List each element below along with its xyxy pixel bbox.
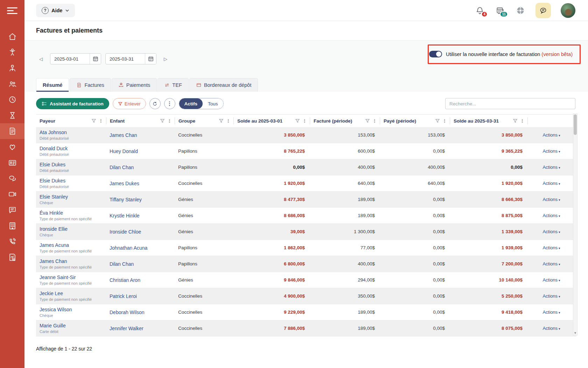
payer-link[interactable]: Elsie Dukes [40, 178, 103, 183]
payer-link[interactable]: Ironside Ellie [40, 226, 103, 232]
help-menu-button[interactable]: ? Aide [36, 4, 75, 17]
column-menu-icon[interactable]: ⋮ [167, 119, 172, 123]
filter-icon[interactable] [91, 118, 96, 123]
payer-link[interactable]: Donald Duck [40, 146, 103, 151]
sidebar-item-waiting-list[interactable] [0, 107, 24, 123]
child-link[interactable]: James Chan [106, 132, 175, 138]
segment-tous[interactable]: Tous [203, 98, 223, 109]
billing-assistant-button[interactable]: Assistant de facturation [36, 98, 109, 109]
sidebar-item-educators[interactable] [0, 60, 24, 76]
table-vertical-scrollbar[interactable]: ▼ [573, 113, 578, 335]
tab-resume[interactable]: Résumé [36, 78, 69, 92]
payer-link[interactable]: Jessica Wilson [40, 307, 103, 312]
sidebar-item-messages[interactable] [0, 171, 24, 186]
sidebar-item-health[interactable] [0, 139, 24, 155]
child-link[interactable]: Huey Donald [106, 148, 175, 154]
sidebar-item-children[interactable] [0, 44, 24, 60]
filter-icon[interactable] [365, 118, 370, 123]
table-row[interactable]: Marie Guille Carte débit Jennifer Walker… [36, 320, 576, 336]
table-row[interactable]: Jeanne Saint-Sir Type de paiement non sp… [36, 272, 576, 288]
actions-dropdown-button[interactable]: Actions▾ [527, 213, 575, 218]
actions-dropdown-button[interactable]: Actions▾ [527, 181, 575, 186]
sidebar-item-billing[interactable] [0, 123, 24, 139]
sidebar-item-organization[interactable] [0, 218, 24, 234]
actions-dropdown-button[interactable]: Actions▾ [527, 293, 575, 299]
column-menu-icon[interactable]: ⋮ [99, 119, 103, 123]
column-menu-icon[interactable]: ⋮ [372, 119, 377, 123]
column-menu-icon[interactable]: ⋮ [302, 119, 307, 123]
actions-dropdown-button[interactable]: Actions▾ [527, 277, 575, 283]
refresh-button[interactable] [149, 98, 161, 109]
tab-tef[interactable]: TEF [158, 78, 188, 92]
actions-dropdown-button[interactable]: Actions▾ [527, 326, 575, 331]
payer-link[interactable]: James Acuna [40, 242, 103, 248]
table-row[interactable]: Ironside Ellie Chèque Ironside Chloe Gén… [36, 224, 576, 240]
scrollbar-down-arrow[interactable]: ▼ [573, 331, 577, 335]
tab-factures[interactable]: Factures [70, 78, 111, 92]
start-date-input[interactable]: 2025-03-01 [50, 54, 90, 64]
end-date-input[interactable]: 2025-03-31 [106, 54, 145, 64]
actions-dropdown-button[interactable]: Actions▾ [527, 132, 575, 138]
table-row[interactable]: James Chan Type de paiement non spécifié… [36, 256, 576, 272]
table-row[interactable]: Jeckie Lee Type de paiement non spécifié… [36, 288, 576, 304]
child-link[interactable]: Krystle Hinkle [106, 213, 175, 218]
end-date-calendar-button[interactable] [145, 54, 156, 64]
sidebar-item-families[interactable] [0, 76, 24, 92]
remove-filter-button[interactable]: Enlever [113, 98, 146, 109]
filter-icon[interactable] [435, 118, 440, 123]
filter-icon[interactable] [295, 118, 300, 123]
sidebar-item-reports[interactable] [0, 249, 24, 265]
child-link[interactable]: Johnathan Acuna [106, 245, 175, 251]
sidebar-item-home[interactable] [0, 29, 24, 44]
actions-dropdown-button[interactable]: Actions▾ [527, 229, 575, 234]
billing-queue-button[interactable]: 11 [495, 5, 505, 16]
more-options-button[interactable]: ⋮ [164, 98, 175, 109]
payer-link[interactable]: Jeckie Lee [40, 291, 103, 296]
beta-interface-toggle[interactable] [429, 51, 442, 57]
actions-dropdown-button[interactable]: Actions▾ [527, 245, 575, 250]
actions-dropdown-button[interactable]: Actions▾ [527, 197, 575, 202]
child-link[interactable]: Dilan Chan [106, 165, 175, 170]
payer-link[interactable]: Marie Guille [40, 323, 103, 328]
previous-period-button[interactable]: ◁ [36, 54, 46, 64]
table-row[interactable]: Elsie Dukes Débit préautorisé James Duke… [36, 175, 576, 192]
filter-icon[interactable] [219, 118, 224, 123]
actions-dropdown-button[interactable]: Actions▾ [527, 261, 575, 266]
child-link[interactable]: Ironside Chloe [106, 229, 175, 235]
table-row[interactable]: Éva Hinkle Type de paiement non spécifié… [36, 208, 576, 224]
filter-icon[interactable] [513, 118, 518, 123]
sidebar-item-video[interactable] [0, 186, 24, 202]
table-row[interactable]: Elsie Dukes Débit préautorisé Dilan Chan… [36, 159, 576, 175]
child-link[interactable]: Jennifer Walker [106, 326, 175, 331]
child-link[interactable]: Dilan Chan [106, 261, 175, 267]
payer-link[interactable]: Ata Johnson [40, 130, 103, 135]
search-input[interactable] [445, 98, 575, 109]
payer-link[interactable]: Elsie Dukes [40, 162, 103, 167]
table-row[interactable]: James Acuna Type de paiement non spécifi… [36, 240, 576, 256]
payer-link[interactable]: Jeanne Saint-Sir [40, 275, 103, 280]
payer-link[interactable]: Éva Hinkle [40, 210, 103, 216]
next-period-button[interactable]: ▷ [161, 54, 170, 64]
column-menu-icon[interactable]: ⋮ [226, 119, 231, 123]
filter-icon[interactable] [160, 118, 165, 123]
table-row[interactable]: Donald Duck Débit préautorisé Huey Donal… [36, 143, 576, 159]
support-button[interactable] [515, 5, 526, 16]
tab-bordereaux[interactable]: Bordereaux de dépôt [189, 78, 258, 92]
table-row[interactable]: Ata Johnson Débit préautorisé James Chan… [36, 127, 576, 143]
column-menu-icon[interactable]: ⋮ [442, 119, 447, 123]
sidebar-item-notes[interactable] [0, 202, 24, 218]
notifications-button[interactable]: 4 [475, 5, 485, 16]
user-avatar[interactable] [561, 3, 575, 18]
payer-link[interactable]: Elsie Stanley [40, 194, 103, 200]
child-link[interactable]: James Dukes [106, 181, 175, 186]
actions-dropdown-button[interactable]: Actions▾ [527, 148, 575, 154]
scrollbar-thumb[interactable] [574, 114, 577, 135]
segment-actifs[interactable]: Actifs [179, 98, 203, 109]
actions-dropdown-button[interactable]: Actions▾ [527, 310, 575, 315]
payer-link[interactable]: James Chan [40, 258, 103, 264]
child-link[interactable]: Christian Aron [106, 277, 175, 283]
sidebar-item-id-cards[interactable] [0, 155, 24, 171]
actions-dropdown-button[interactable]: Actions▾ [527, 165, 575, 170]
menu-toggle-button[interactable] [0, 0, 24, 21]
messaging-button[interactable] [536, 3, 551, 18]
